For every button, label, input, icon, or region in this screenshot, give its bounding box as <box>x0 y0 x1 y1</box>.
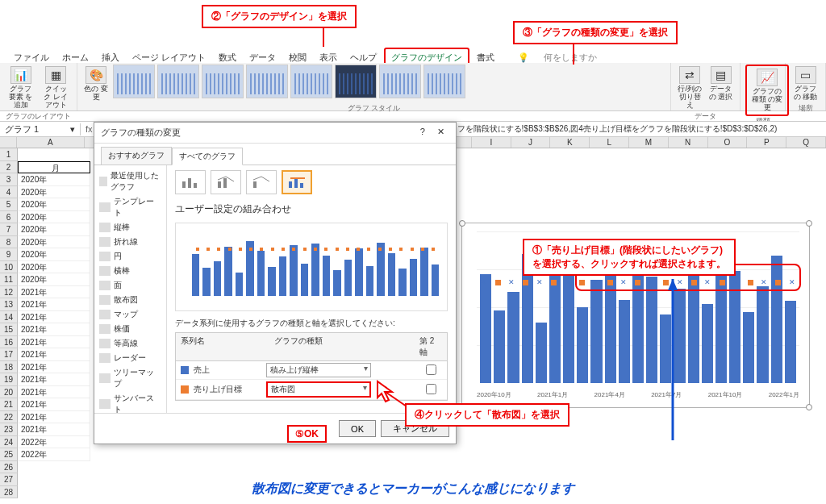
chart-bar[interactable] <box>619 300 630 383</box>
chart-category-list[interactable]: 最近使用したグラフテンプレート縦棒折れ線円横棒面散布図マップ株価等高線レーダーツ… <box>94 165 167 413</box>
col-header-j[interactable]: J <box>511 137 551 148</box>
select-data-button[interactable]: ▤データの 選択 <box>707 65 736 103</box>
col-a-cell[interactable]: 2020年 <box>18 248 90 261</box>
col-a-cell[interactable]: 2020年 <box>18 261 90 274</box>
row-header[interactable]: 1 <box>0 148 18 161</box>
row-header[interactable]: 21 <box>0 398 18 411</box>
col-a-cell[interactable]: 2021年 <box>18 361 90 374</box>
chart-bar[interactable] <box>702 304 713 383</box>
chart-bar[interactable] <box>536 323 547 383</box>
col-a-cell[interactable]: 2022年 <box>18 436 90 449</box>
chart-category-item[interactable]: 円 <box>94 249 166 264</box>
change-chart-type-button[interactable]: 📈グラフの種類 の変更 <box>748 67 786 114</box>
style-thumb-3[interactable] <box>202 65 244 98</box>
col-header-n[interactable]: N <box>669 137 708 148</box>
chart-marker[interactable] <box>551 280 557 285</box>
chart-category-item[interactable]: マップ <box>94 307 166 322</box>
row-header[interactable]: 11 <box>0 273 18 286</box>
row-header[interactable]: 9 <box>0 248 18 261</box>
switch-row-col-button[interactable]: ⇄行/列の 切り替え <box>676 65 704 111</box>
col-a-cell[interactable]: 2021年 <box>18 311 90 324</box>
row-header[interactable]: 12 <box>0 286 18 299</box>
col-a-cell[interactable]: 2020年 <box>18 236 90 249</box>
row-header[interactable]: 19 <box>0 373 18 386</box>
move-chart-button[interactable]: ▭グラフの 移動 <box>791 65 820 103</box>
row-header[interactable]: 23 <box>0 423 18 436</box>
add-chart-element-button[interactable]: 📊グラフ要素 を追加 <box>5 65 37 111</box>
row-header[interactable]: 14 <box>0 311 18 324</box>
col-header-p[interactable]: P <box>747 137 786 148</box>
col-a-cell[interactable]: 2021年 <box>18 373 90 386</box>
style-thumb-1[interactable] <box>113 65 155 98</box>
col-a-cell[interactable]: 2020年 <box>18 173 90 186</box>
row-header[interactable]: 17 <box>0 348 18 361</box>
combo-subtype-2[interactable] <box>211 170 241 194</box>
col-a-cell[interactable]: 2020年 <box>18 273 90 286</box>
combo-subtype-1[interactable] <box>175 170 206 194</box>
row-header[interactable]: 13 <box>0 298 18 311</box>
col-a-header-cell[interactable]: 月 <box>18 161 90 174</box>
chart-category-item[interactable]: 折れ線 <box>94 235 166 249</box>
chart-bar[interactable] <box>494 310 505 383</box>
chart-marker[interactable] <box>481 280 486 285</box>
resize-handle[interactable] <box>459 220 465 227</box>
col-a-cell[interactable]: 2021年 <box>18 423 90 436</box>
chart-bar[interactable] <box>646 277 657 383</box>
chart-marker[interactable] <box>509 280 515 285</box>
col-a-cell[interactable]: 2021年 <box>18 286 90 299</box>
chart-marker[interactable] <box>565 280 571 285</box>
col-a-cell[interactable]: 2022年 <box>18 448 90 461</box>
col-a-cell[interactable]: 2020年 <box>18 211 90 224</box>
row-header[interactable]: 15 <box>0 323 18 336</box>
dialog-help-button[interactable]: ? <box>415 127 430 136</box>
tab-all-charts[interactable]: すべてのグラフ <box>172 148 243 165</box>
chart-marker[interactable] <box>523 280 528 285</box>
style-thumb-2[interactable] <box>157 65 199 98</box>
row-header[interactable]: 5 <box>0 198 18 211</box>
series-axis2-sales[interactable] <box>426 364 436 375</box>
chart-bar[interactable] <box>590 280 602 383</box>
row-header[interactable]: 26 <box>0 461 18 474</box>
combo-subtype-3[interactable] <box>246 170 277 194</box>
style-thumb-4[interactable] <box>246 65 288 98</box>
chart-bar[interactable] <box>480 274 491 383</box>
chart-category-item[interactable]: 横棒 <box>94 264 166 278</box>
tab-recommended[interactable]: おすすめグラフ <box>101 147 172 165</box>
chart-bar[interactable] <box>743 312 754 383</box>
chart-marker[interactable] <box>537 280 543 285</box>
name-box[interactable]: グラフ 1 ▾ <box>0 123 81 135</box>
col-header-l[interactable]: L <box>590 137 629 148</box>
row-header[interactable]: 4 <box>0 186 18 199</box>
chart-category-item[interactable]: 株価 <box>94 322 166 336</box>
dialog-close-button[interactable]: ✕ <box>432 127 449 136</box>
col-header-i[interactable]: I <box>472 137 511 148</box>
row-header[interactable]: 25 <box>0 448 18 461</box>
col-a-cell[interactable]: 2021年 <box>18 411 90 424</box>
col-a-cell[interactable]: 2021年 <box>18 386 90 399</box>
col-header-k[interactable]: K <box>550 137 590 148</box>
chart-category-item[interactable]: 散布図 <box>94 293 166 307</box>
row-header[interactable]: 16 <box>0 336 18 349</box>
col-a-cell[interactable]: 2021年 <box>18 348 90 361</box>
series-type-select-target[interactable]: 散布図 <box>266 381 371 398</box>
row-header[interactable]: 18 <box>0 361 18 374</box>
resize-handle[interactable] <box>806 220 812 227</box>
chart-marker[interactable] <box>495 280 501 285</box>
combo-subtype-custom[interactable] <box>282 170 312 194</box>
col-header-q[interactable]: Q <box>786 137 826 148</box>
chart-bar[interactable] <box>785 301 796 383</box>
col-header-a[interactable]: A <box>17 137 85 148</box>
chart-category-item[interactable]: 縦棒 <box>94 220 166 235</box>
col-header-m[interactable]: M <box>629 137 669 148</box>
style-thumb-8[interactable] <box>423 65 465 98</box>
col-a-cell[interactable]: 2020年 <box>18 198 90 211</box>
change-colors-button[interactable]: 🎨色の 変更 <box>82 65 110 103</box>
dialog-titlebar[interactable]: グラフの種類の変更 ? ✕ <box>94 123 456 144</box>
chart-category-item[interactable]: 最近使用したグラフ <box>94 169 166 194</box>
col-a-cell[interactable]: 2021年 <box>18 323 90 336</box>
chart-category-item[interactable]: 面 <box>94 278 166 293</box>
ok-button[interactable]: OK <box>339 420 376 437</box>
row-header[interactable]: 22 <box>0 411 18 424</box>
chart-bar[interactable] <box>757 286 768 383</box>
col-header-o[interactable]: O <box>708 137 748 148</box>
